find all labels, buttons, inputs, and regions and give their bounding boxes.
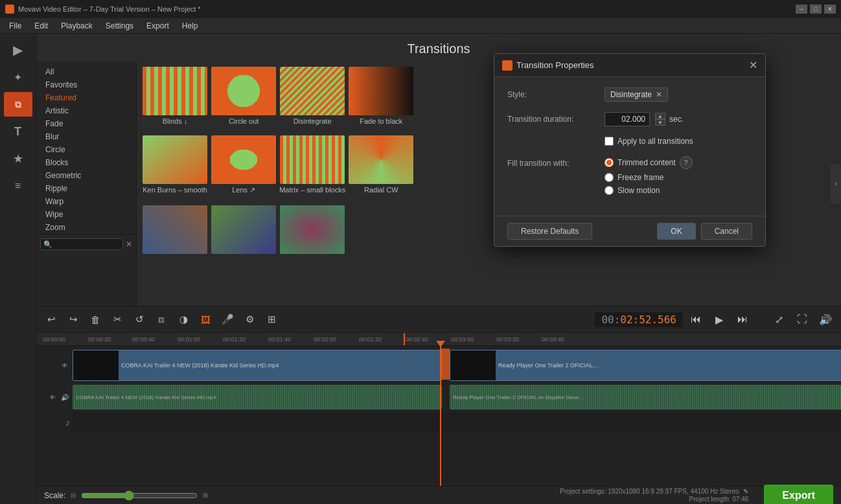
cat-featured[interactable]: Featured: [36, 91, 136, 104]
audio-clip-2[interactable]: Ready Player One Trailer 2 OFICIAL en Es…: [450, 385, 841, 409]
fill-trimmed[interactable]: Trimmed content ?: [605, 156, 693, 169]
fill-freeze-radio[interactable]: [605, 173, 614, 182]
menu-help[interactable]: Help: [176, 20, 205, 32]
undo-button[interactable]: ↩: [41, 310, 61, 328]
search-bar: ✕: [36, 234, 136, 253]
cat-zoom[interactable]: Zoom: [36, 221, 136, 234]
clip-label: COBRA KAI Trailer 4 NEW (2018) Karate Ki…: [119, 362, 282, 369]
delete-button[interactable]: 🗑: [86, 310, 105, 328]
cat-wipe[interactable]: Wipe: [36, 208, 136, 221]
volume-button[interactable]: 🔊: [815, 310, 836, 328]
cat-blur[interactable]: Blur: [36, 130, 136, 143]
cat-warp[interactable]: Warp: [36, 195, 136, 208]
cancel-button[interactable]: Cancel: [701, 223, 752, 240]
go-end-button[interactable]: ⏭: [732, 310, 753, 328]
sidebar-item-more[interactable]: ≡: [4, 174, 32, 198]
fit-button[interactable]: ⛶: [792, 310, 812, 328]
fill-trimmed-radio[interactable]: [605, 158, 614, 167]
fill-help-button[interactable]: ?: [680, 156, 693, 169]
transition-blinds[interactable]: Blinds ↓: [142, 67, 208, 133]
sidebar-item-transitions[interactable]: ⧉: [4, 92, 32, 117]
ruler-tick: 00:02:20: [359, 336, 382, 343]
video-clip-2[interactable]: Ready Player One Trailer 2 OFICIAL…: [450, 350, 841, 381]
settings-button[interactable]: ⚙: [240, 310, 259, 328]
timeline: 00:00:00 00:00:20 00:00:40 00:01:00 00:0…: [36, 333, 841, 504]
transition-circle-out[interactable]: Circle out: [211, 67, 277, 133]
style-row: Style: Disintegrate ✕: [507, 87, 752, 102]
transition-lens[interactable]: Lens ↗: [211, 135, 277, 202]
cat-blocks[interactable]: Blocks: [36, 156, 136, 169]
close-button[interactable]: ✕: [824, 5, 836, 14]
transition-matrix[interactable]: Matrix – small blocks: [279, 135, 345, 202]
cat-fade[interactable]: Fade: [36, 117, 136, 130]
cat-circle[interactable]: Circle: [36, 143, 136, 156]
window-title: Movavi Video Editor – 7-Day Trial Versio…: [18, 5, 201, 13]
color-button[interactable]: ◑: [174, 310, 193, 328]
search-input[interactable]: [40, 238, 123, 250]
sidebar-item-titles[interactable]: T: [4, 119, 32, 144]
ok-button[interactable]: OK: [657, 223, 695, 240]
fill-freeze[interactable]: Freeze frame: [605, 173, 693, 182]
menu-playback[interactable]: Playback: [54, 20, 99, 32]
go-start-button[interactable]: ⏮: [685, 310, 706, 328]
video-clip-1[interactable]: COBRA KAI Trailer 4 NEW (2018) Karate Ki…: [73, 350, 442, 381]
sidebar-item-filters[interactable]: ★: [4, 146, 32, 171]
fullscreen-button[interactable]: ⤢: [768, 310, 789, 328]
title-bar: Movavi Video Editor – 7-Day Trial Versio…: [0, 0, 841, 18]
minimize-button[interactable]: ─: [796, 5, 807, 14]
menu-settings[interactable]: Settings: [99, 20, 140, 32]
transition-kenburns[interactable]: Ken Burns – smooth: [142, 135, 208, 202]
transition-extra3[interactable]: [279, 205, 345, 264]
sidebar-item-effects[interactable]: ✦: [4, 65, 32, 89]
audio-clip-1[interactable]: COBRA KAI Trailer 4 NEW (2018) Karate Ki…: [73, 385, 442, 409]
export-button[interactable]: Export: [764, 485, 833, 505]
sidebar-item-preview[interactable]: ▶: [4, 38, 32, 62]
track-eye-button[interactable]: 👁: [47, 392, 58, 402]
cat-artistic[interactable]: Artistic: [36, 104, 136, 117]
apply-all-checkbox-label[interactable]: Apply to all transitions: [605, 137, 693, 146]
edit-settings-icon[interactable]: ✎: [743, 488, 748, 495]
category-list: All Favorites Featured Artistic Fade Blu…: [36, 62, 137, 306]
transition-radial[interactable]: Radial CW: [348, 135, 414, 202]
transition-thumb: [280, 67, 345, 115]
menu-export[interactable]: Export: [140, 20, 176, 32]
fill-slow-radio[interactable]: [605, 186, 614, 195]
scale-slider[interactable]: [81, 490, 198, 501]
image-button[interactable]: 🖼: [196, 310, 215, 328]
audio-button[interactable]: 🎤: [218, 310, 237, 328]
cat-favorites[interactable]: Favorites: [36, 78, 136, 91]
cat-geometric[interactable]: Geometric: [36, 169, 136, 182]
track-eye-button[interactable]: 👁: [60, 360, 70, 371]
cut-button[interactable]: ✂: [108, 310, 127, 328]
transition-thumb: [349, 135, 413, 184]
duration-input[interactable]: [605, 112, 650, 126]
search-clear-button[interactable]: ✕: [126, 240, 132, 249]
track-controls: 👁: [36, 360, 73, 371]
menu-edit[interactable]: Edit: [28, 20, 54, 32]
rotate-button[interactable]: ↺: [130, 310, 149, 328]
apply-all-checkbox[interactable]: [605, 137, 614, 146]
duration-down-button[interactable]: ▼: [655, 119, 665, 126]
transition-extra1[interactable]: [142, 205, 208, 264]
more-button[interactable]: ⊞: [262, 310, 281, 328]
dialog-close-button[interactable]: ✕: [749, 59, 757, 71]
redo-button[interactable]: ↪: [63, 310, 83, 328]
track-mute-button[interactable]: 🔊: [60, 392, 70, 402]
style-remove-button[interactable]: ✕: [656, 90, 662, 99]
collapse-panel-button[interactable]: ‹: [831, 165, 841, 203]
restore-defaults-button[interactable]: Restore Defaults: [507, 223, 592, 240]
transition-extra2[interactable]: [211, 205, 277, 264]
cat-all[interactable]: All: [36, 65, 136, 78]
duration-value: ▲ ▼ sec.: [605, 112, 752, 126]
transition-fade-black[interactable]: Fade to black: [348, 67, 414, 133]
cat-ripple[interactable]: Ripple: [36, 182, 136, 195]
app-icon: [5, 5, 14, 14]
crop-button[interactable]: ⧈: [152, 310, 171, 328]
title-text: Movavi Video Editor – 7-Day Trial Versio…: [5, 5, 201, 14]
duration-up-button[interactable]: ▲: [655, 113, 665, 119]
maximize-button[interactable]: □: [810, 5, 822, 14]
menu-file[interactable]: File: [3, 20, 28, 32]
transition-disintegrate[interactable]: Disintegrate: [279, 67, 345, 133]
play-button[interactable]: ▶: [709, 310, 730, 328]
fill-slow[interactable]: Slow motion: [605, 186, 693, 195]
